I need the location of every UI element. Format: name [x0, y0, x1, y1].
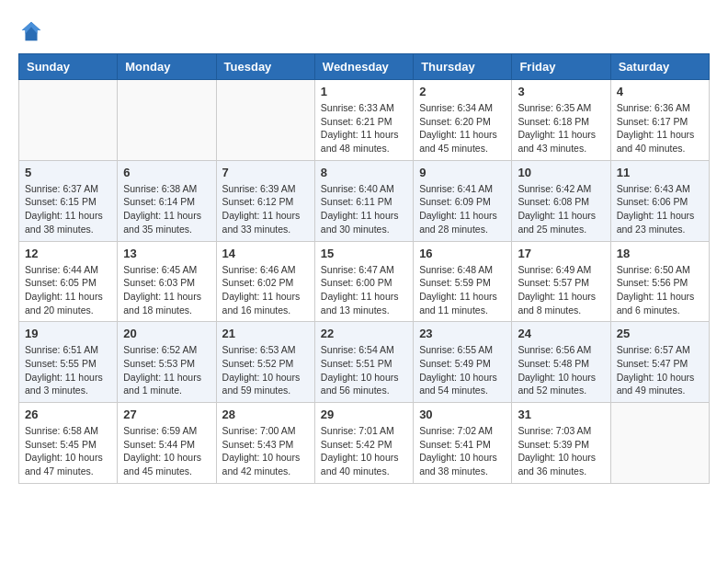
calendar-day: 31Sunrise: 7:03 AM Sunset: 5:39 PM Dayli…	[512, 403, 610, 484]
day-info: Sunrise: 7:03 AM Sunset: 5:39 PM Dayligh…	[518, 424, 604, 478]
logo-icon	[18, 18, 44, 44]
day-number: 5	[25, 166, 111, 179]
calendar-day: 27Sunrise: 6:59 AM Sunset: 5:44 PM Dayli…	[118, 403, 216, 484]
calendar-day: 16Sunrise: 6:48 AM Sunset: 5:59 PM Dayli…	[414, 241, 512, 322]
calendar-day	[216, 80, 314, 161]
day-info: Sunrise: 6:39 AM Sunset: 6:12 PM Dayligh…	[222, 182, 309, 236]
calendar-day: 11Sunrise: 6:43 AM Sunset: 6:06 PM Dayli…	[610, 160, 709, 241]
day-info: Sunrise: 6:48 AM Sunset: 5:59 PM Dayligh…	[419, 263, 506, 317]
day-info: Sunrise: 6:56 AM Sunset: 5:48 PM Dayligh…	[518, 343, 604, 397]
day-number: 7	[222, 166, 309, 179]
day-number: 25	[617, 327, 703, 340]
day-info: Sunrise: 7:02 AM Sunset: 5:41 PM Dayligh…	[419, 424, 506, 478]
calendar-week: 26Sunrise: 6:58 AM Sunset: 5:45 PM Dayli…	[19, 403, 710, 484]
calendar-day: 21Sunrise: 6:53 AM Sunset: 5:52 PM Dayli…	[216, 322, 314, 403]
day-info: Sunrise: 6:34 AM Sunset: 6:20 PM Dayligh…	[419, 101, 506, 155]
day-info: Sunrise: 6:57 AM Sunset: 5:47 PM Dayligh…	[617, 343, 703, 397]
calendar-table: SundayMondayTuesdayWednesdayThursdayFrid…	[18, 53, 710, 484]
day-number: 9	[419, 166, 506, 179]
day-number: 13	[123, 247, 210, 260]
day-number: 10	[518, 166, 604, 179]
calendar-day: 25Sunrise: 6:57 AM Sunset: 5:47 PM Dayli…	[610, 322, 709, 403]
header-day: Friday	[512, 54, 610, 80]
day-number: 21	[222, 327, 309, 340]
calendar-week: 12Sunrise: 6:44 AM Sunset: 6:05 PM Dayli…	[19, 241, 710, 322]
day-number: 16	[419, 247, 506, 260]
day-number: 1	[321, 85, 407, 98]
day-info: Sunrise: 6:54 AM Sunset: 5:51 PM Dayligh…	[321, 343, 407, 397]
day-number: 22	[321, 327, 407, 340]
day-info: Sunrise: 6:33 AM Sunset: 6:21 PM Dayligh…	[321, 101, 407, 155]
day-number: 30	[419, 408, 506, 421]
calendar-day: 4Sunrise: 6:36 AM Sunset: 6:17 PM Daylig…	[610, 80, 709, 161]
header-day: Sunday	[19, 54, 118, 80]
day-info: Sunrise: 6:59 AM Sunset: 5:44 PM Dayligh…	[123, 424, 210, 478]
calendar-header: SundayMondayTuesdayWednesdayThursdayFrid…	[19, 54, 710, 80]
calendar-day: 8Sunrise: 6:40 AM Sunset: 6:11 PM Daylig…	[314, 160, 413, 241]
calendar-day: 28Sunrise: 7:00 AM Sunset: 5:43 PM Dayli…	[216, 403, 314, 484]
calendar-day: 20Sunrise: 6:52 AM Sunset: 5:53 PM Dayli…	[118, 322, 216, 403]
day-number: 15	[321, 247, 407, 260]
day-number: 17	[518, 247, 604, 260]
day-number: 14	[222, 247, 309, 260]
day-info: Sunrise: 7:01 AM Sunset: 5:42 PM Dayligh…	[321, 424, 407, 478]
day-number: 23	[419, 327, 506, 340]
calendar-day: 2Sunrise: 6:34 AM Sunset: 6:20 PM Daylig…	[414, 80, 512, 161]
day-info: Sunrise: 6:50 AM Sunset: 5:56 PM Dayligh…	[617, 263, 703, 317]
day-info: Sunrise: 6:36 AM Sunset: 6:17 PM Dayligh…	[617, 101, 703, 155]
calendar-day: 19Sunrise: 6:51 AM Sunset: 5:55 PM Dayli…	[19, 322, 118, 403]
header-day: Saturday	[610, 54, 709, 80]
day-info: Sunrise: 6:49 AM Sunset: 5:57 PM Dayligh…	[518, 263, 604, 317]
day-number: 19	[25, 327, 111, 340]
calendar-day: 24Sunrise: 6:56 AM Sunset: 5:48 PM Dayli…	[512, 322, 610, 403]
header-day: Thursday	[414, 54, 512, 80]
day-info: Sunrise: 7:00 AM Sunset: 5:43 PM Dayligh…	[222, 424, 309, 478]
day-number: 4	[617, 85, 703, 98]
day-number: 8	[321, 166, 407, 179]
day-info: Sunrise: 6:44 AM Sunset: 6:05 PM Dayligh…	[25, 263, 111, 317]
day-number: 11	[617, 166, 703, 179]
day-info: Sunrise: 6:37 AM Sunset: 6:15 PM Dayligh…	[25, 182, 111, 236]
header-day: Wednesday	[314, 54, 413, 80]
calendar-day: 18Sunrise: 6:50 AM Sunset: 5:56 PM Dayli…	[610, 241, 709, 322]
header-day: Tuesday	[216, 54, 314, 80]
calendar-body: 1Sunrise: 6:33 AM Sunset: 6:21 PM Daylig…	[19, 80, 710, 484]
day-info: Sunrise: 6:43 AM Sunset: 6:06 PM Dayligh…	[617, 182, 703, 236]
calendar-day	[19, 80, 118, 161]
day-number: 31	[518, 408, 604, 421]
day-number: 29	[321, 408, 407, 421]
day-info: Sunrise: 6:38 AM Sunset: 6:14 PM Dayligh…	[123, 182, 210, 236]
day-number: 20	[123, 327, 210, 340]
calendar-day: 15Sunrise: 6:47 AM Sunset: 6:00 PM Dayli…	[314, 241, 413, 322]
header-day: Monday	[118, 54, 216, 80]
calendar-day: 9Sunrise: 6:41 AM Sunset: 6:09 PM Daylig…	[414, 160, 512, 241]
calendar-day: 30Sunrise: 7:02 AM Sunset: 5:41 PM Dayli…	[414, 403, 512, 484]
calendar-day: 17Sunrise: 6:49 AM Sunset: 5:57 PM Dayli…	[512, 241, 610, 322]
day-info: Sunrise: 6:42 AM Sunset: 6:08 PM Dayligh…	[518, 182, 604, 236]
logo	[18, 18, 48, 44]
header-row: SundayMondayTuesdayWednesdayThursdayFrid…	[19, 54, 710, 80]
calendar-day: 23Sunrise: 6:55 AM Sunset: 5:49 PM Dayli…	[414, 322, 512, 403]
calendar-day: 3Sunrise: 6:35 AM Sunset: 6:18 PM Daylig…	[512, 80, 610, 161]
calendar-day: 10Sunrise: 6:42 AM Sunset: 6:08 PM Dayli…	[512, 160, 610, 241]
day-info: Sunrise: 6:52 AM Sunset: 5:53 PM Dayligh…	[123, 343, 210, 397]
calendar-day: 13Sunrise: 6:45 AM Sunset: 6:03 PM Dayli…	[118, 241, 216, 322]
calendar-day	[118, 80, 216, 161]
day-info: Sunrise: 6:35 AM Sunset: 6:18 PM Dayligh…	[518, 101, 604, 155]
day-info: Sunrise: 6:47 AM Sunset: 6:00 PM Dayligh…	[321, 263, 407, 317]
day-info: Sunrise: 6:41 AM Sunset: 6:09 PM Dayligh…	[419, 182, 506, 236]
calendar-day: 7Sunrise: 6:39 AM Sunset: 6:12 PM Daylig…	[216, 160, 314, 241]
day-number: 24	[518, 327, 604, 340]
day-info: Sunrise: 6:40 AM Sunset: 6:11 PM Dayligh…	[321, 182, 407, 236]
calendar-day	[610, 403, 709, 484]
calendar-day: 22Sunrise: 6:54 AM Sunset: 5:51 PM Dayli…	[314, 322, 413, 403]
day-number: 18	[617, 247, 703, 260]
day-info: Sunrise: 6:45 AM Sunset: 6:03 PM Dayligh…	[123, 263, 210, 317]
calendar-week: 5Sunrise: 6:37 AM Sunset: 6:15 PM Daylig…	[19, 160, 710, 241]
day-number: 26	[25, 408, 111, 421]
day-number: 12	[25, 247, 111, 260]
day-info: Sunrise: 6:53 AM Sunset: 5:52 PM Dayligh…	[222, 343, 309, 397]
page-header	[18, 18, 710, 44]
day-info: Sunrise: 6:51 AM Sunset: 5:55 PM Dayligh…	[25, 343, 111, 397]
day-info: Sunrise: 6:55 AM Sunset: 5:49 PM Dayligh…	[419, 343, 506, 397]
